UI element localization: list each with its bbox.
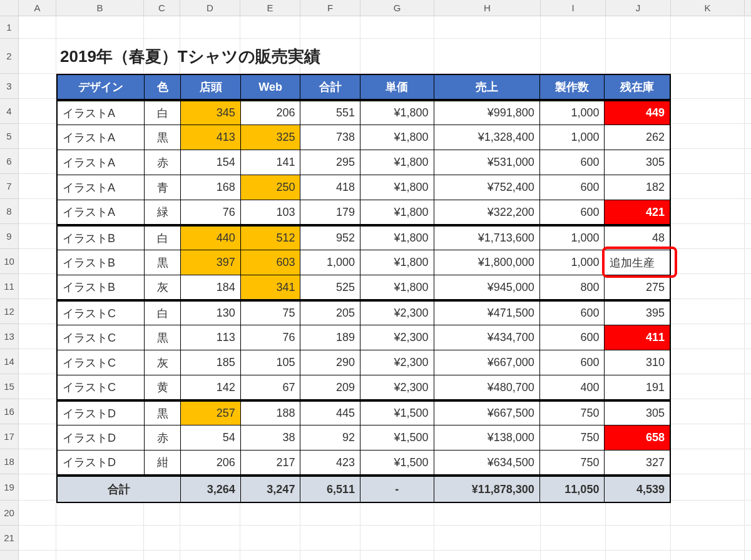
cell-made[interactable]: 750 bbox=[540, 425, 605, 451]
cell-web[interactable]: 188 bbox=[241, 400, 301, 425]
cell-design[interactable]: イラストB bbox=[58, 275, 145, 300]
cell-web[interactable]: 105 bbox=[241, 350, 301, 375]
cell-store[interactable]: 184 bbox=[181, 275, 241, 300]
cell-total[interactable]: 179 bbox=[300, 200, 360, 225]
cell-stock[interactable]: 305 bbox=[605, 150, 670, 175]
cell-price[interactable]: ¥1,500 bbox=[360, 400, 434, 425]
cell-design[interactable]: イラストC bbox=[58, 375, 145, 400]
row-head-16[interactable]: 16 bbox=[0, 399, 18, 424]
cell-design[interactable]: イラストA bbox=[58, 175, 145, 200]
cell-price[interactable]: ¥1,800 bbox=[360, 175, 434, 200]
row-head-4[interactable]: 4 bbox=[0, 99, 18, 124]
cell-web[interactable]: 603 bbox=[241, 250, 301, 275]
cell-web[interactable]: 67 bbox=[241, 375, 301, 400]
cell-web[interactable]: 250 bbox=[241, 175, 301, 200]
cell-design[interactable]: イラストB bbox=[58, 250, 145, 275]
cell-store[interactable]: 397 bbox=[181, 250, 241, 275]
cell-color[interactable]: 白 bbox=[145, 100, 181, 125]
col-head-A[interactable]: A bbox=[19, 0, 56, 16]
cell-store[interactable]: 185 bbox=[181, 350, 241, 375]
cell-stock[interactable]: 658 bbox=[605, 425, 670, 451]
cell-total[interactable]: 525 bbox=[300, 275, 360, 300]
table-header-4[interactable]: 合計 bbox=[300, 75, 360, 100]
cell-sales[interactable]: ¥138,000 bbox=[434, 425, 540, 451]
cell-sales[interactable]: ¥1,713,600 bbox=[434, 225, 540, 250]
cell-grid[interactable]: 2019年（春夏）Tシャツの販売実績 デザイン色店頭Web合計単価売上製作数残在… bbox=[19, 16, 751, 560]
cell-sales[interactable]: ¥752,400 bbox=[434, 175, 540, 200]
cell-made[interactable]: 600 bbox=[540, 200, 605, 225]
cell-total[interactable]: 1,000 bbox=[300, 250, 360, 275]
cell-total-label[interactable]: 合計 bbox=[58, 476, 181, 502]
cell-sales[interactable]: ¥1,328,400 bbox=[434, 125, 540, 150]
cell-store[interactable]: 440 bbox=[181, 225, 241, 250]
cell-made[interactable]: 600 bbox=[540, 150, 605, 175]
cell-total-sales[interactable]: ¥11,878,300 bbox=[434, 476, 540, 502]
cell-total[interactable]: 92 bbox=[300, 425, 360, 451]
col-head-C[interactable]: C bbox=[144, 0, 180, 16]
table-header-8[interactable]: 残在庫 bbox=[605, 75, 670, 100]
row-head-11[interactable]: 11 bbox=[0, 274, 18, 299]
cell-sales[interactable]: ¥1,800,000 bbox=[434, 250, 540, 275]
cell-made[interactable]: 600 bbox=[540, 175, 605, 200]
cell-made[interactable]: 750 bbox=[540, 400, 605, 425]
row-head-13[interactable]: 13 bbox=[0, 324, 18, 349]
cell-total[interactable]: 952 bbox=[300, 225, 360, 250]
cell-price[interactable]: ¥1,800 bbox=[360, 100, 434, 125]
cell-made[interactable]: 750 bbox=[540, 451, 605, 476]
col-head-E[interactable]: E bbox=[240, 0, 300, 16]
cell-sales[interactable]: ¥991,800 bbox=[434, 100, 540, 125]
cell-total[interactable]: 551 bbox=[300, 100, 360, 125]
cell-color[interactable]: 白 bbox=[145, 225, 181, 250]
cell-made[interactable]: 400 bbox=[540, 375, 605, 400]
cell-total[interactable]: 209 bbox=[300, 375, 360, 400]
cell-total[interactable]: 290 bbox=[300, 350, 360, 375]
row-head-8[interactable]: 8 bbox=[0, 199, 18, 224]
table-header-0[interactable]: デザイン bbox=[58, 75, 145, 100]
table-header-7[interactable]: 製作数 bbox=[540, 75, 605, 100]
row-head-6[interactable]: 6 bbox=[0, 149, 18, 174]
row-head-19[interactable]: 19 bbox=[0, 474, 18, 501]
cell-store[interactable]: 76 bbox=[181, 200, 241, 225]
cell-sales[interactable]: ¥667,000 bbox=[434, 350, 540, 375]
row-head-5[interactable]: 5 bbox=[0, 124, 18, 149]
cell-color[interactable]: 黒 bbox=[145, 325, 181, 350]
table-header-6[interactable]: 売上 bbox=[434, 75, 540, 100]
cell-total-stock[interactable]: 4,539 bbox=[605, 476, 670, 502]
cell-web[interactable]: 206 bbox=[241, 100, 301, 125]
cell-stock[interactable]: 449 bbox=[605, 100, 670, 125]
cell-price[interactable]: ¥1,500 bbox=[360, 425, 434, 451]
cell-total-web[interactable]: 3,247 bbox=[241, 476, 301, 502]
col-head-B[interactable]: B bbox=[56, 0, 144, 16]
row-head-2[interactable]: 2 bbox=[0, 39, 18, 74]
cell-design[interactable]: イラストD bbox=[58, 451, 145, 476]
cell-stock[interactable]: 305 bbox=[605, 400, 670, 425]
col-head-G[interactable]: G bbox=[360, 0, 434, 16]
cell-store[interactable]: 206 bbox=[181, 451, 241, 476]
cell-web[interactable]: 75 bbox=[241, 300, 301, 325]
select-all-corner[interactable] bbox=[0, 0, 19, 16]
cell-price[interactable]: ¥2,300 bbox=[360, 375, 434, 400]
cell-total-store[interactable]: 3,264 bbox=[181, 476, 241, 502]
cell-design[interactable]: イラストA bbox=[58, 125, 145, 150]
cell-store[interactable]: 154 bbox=[181, 150, 241, 175]
cell-design[interactable]: イラストC bbox=[58, 350, 145, 375]
cell-stock[interactable]: 48 bbox=[605, 225, 670, 250]
cell-made[interactable]: 1,000 bbox=[540, 250, 605, 275]
cell-price[interactable]: ¥1,500 bbox=[360, 451, 434, 476]
col-head-K[interactable]: K bbox=[671, 0, 745, 16]
cell-total[interactable]: 418 bbox=[300, 175, 360, 200]
cell-web[interactable]: 103 bbox=[241, 200, 301, 225]
row-head-15[interactable]: 15 bbox=[0, 374, 18, 399]
cell-store[interactable]: 142 bbox=[181, 375, 241, 400]
cell-stock[interactable]: 327 bbox=[605, 451, 670, 476]
cell-sales[interactable]: ¥634,500 bbox=[434, 451, 540, 476]
cell-design[interactable]: イラストB bbox=[58, 225, 145, 250]
cell-store[interactable]: 257 bbox=[181, 400, 241, 425]
row-head-12[interactable]: 12 bbox=[0, 299, 18, 324]
cell-design[interactable]: イラストC bbox=[58, 325, 145, 350]
cell-price[interactable]: ¥2,300 bbox=[360, 300, 434, 325]
row-head-3[interactable]: 3 bbox=[0, 74, 18, 99]
cell-color[interactable]: 黒 bbox=[145, 400, 181, 425]
cell-sales[interactable]: ¥434,700 bbox=[434, 325, 540, 350]
table-header-2[interactable]: 店頭 bbox=[181, 75, 241, 100]
